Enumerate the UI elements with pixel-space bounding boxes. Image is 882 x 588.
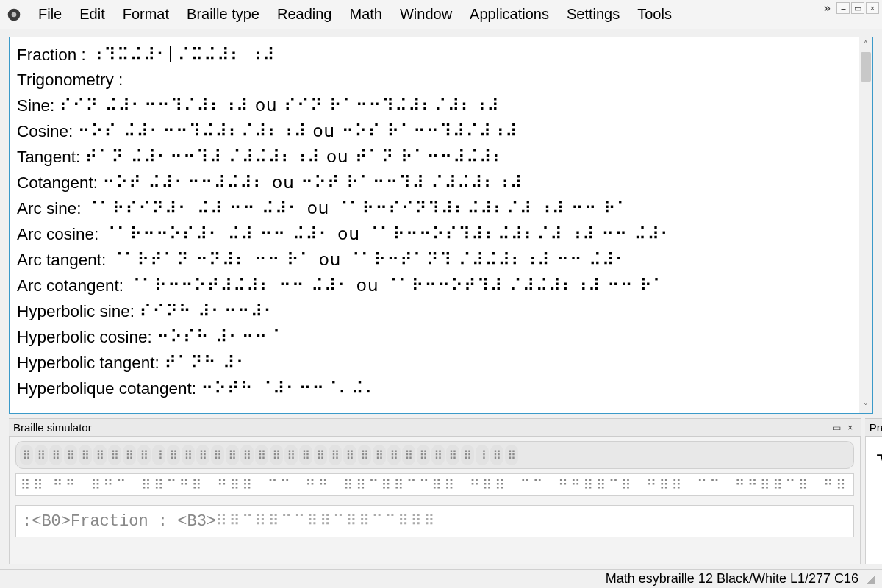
simulator-cell[interactable]: ⠿ — [35, 445, 48, 465]
braille-text: ⠈⠁⠗⠞⠁⠝ ⠒⠝⠼⠆ ⠒⠒ ⠗⠁ ou ⠈⠁⠗⠒⠞⠁⠝⠹ ⠌⠼⠬⠼⠆⠰⠼ ⠒⠒… — [111, 250, 628, 269]
maximize-button[interactable]: ▭ — [851, 2, 864, 14]
panel-preview: Preview ▭ × √ x +1 x +2 — [865, 418, 882, 564]
simulator-text-row: :<B0>Fraction : <B3>⠿⠿⠉⠿⠿⠉⠉⠿⠿⠉⠿⠿⠉⠉⠿⠿⠿ — [15, 505, 854, 537]
simulator-cell[interactable]: ⠿ — [123, 445, 136, 465]
editor-line[interactable]: Tangent: ⠞⠁⠝ ⠬⠼⠂⠒⠒⠹⠼ ⠌⠼⠬⠼⠆⠰⠼ ou ⠞⠁⠝ ⠗⠁⠒⠒… — [17, 144, 865, 170]
line-label: Hyperbolique cotangent: — [17, 379, 201, 398]
simulator-cell[interactable]: ⠿ — [299, 445, 312, 465]
editor-line[interactable]: Arc tangent: ⠈⠁⠗⠞⠁⠝ ⠒⠝⠼⠆ ⠒⠒ ⠗⠁ ou ⠈⠁⠗⠒⠞⠁… — [17, 247, 865, 273]
simulator-cell[interactable]: ⠸ — [152, 445, 165, 465]
math-expression: √ x +1 x +2 — [876, 444, 882, 495]
editor-line[interactable]: Arc cotangent: ⠈⠁⠗⠒⠒⠕⠞⠼⠬⠼⠆ ⠒⠒ ⠬⠼⠂ ou ⠈⠁⠗… — [17, 273, 865, 298]
simulator-cell[interactable]: ⠿ — [446, 445, 459, 465]
simulator-cell[interactable]: ⠿ — [226, 445, 239, 465]
svg-point-1 — [12, 12, 17, 17]
menu-braille-type[interactable]: Braille type — [178, 4, 268, 24]
simulator-cell[interactable]: ⠿ — [505, 445, 518, 465]
scroll-thumb[interactable] — [861, 52, 871, 82]
scroll-down-icon[interactable]: ˅ — [859, 400, 872, 413]
line-label: Arc cosine: — [17, 225, 104, 243]
line-label: Hyperbolic sine: — [17, 302, 139, 320]
simulator-cell[interactable]: ⠿ — [490, 445, 503, 465]
braille-text: ⠎⠊⠝⠓ ⠼⠂⠒⠒⠼⠂ — [139, 301, 276, 320]
simulator-cell[interactable]: ⠿ — [49, 445, 62, 465]
simulator-cell[interactable]: ⠿ — [431, 445, 445, 465]
app-icon — [6, 7, 22, 23]
simulator-cell[interactable]: ⠿ — [79, 445, 92, 465]
editor[interactable]: Fraction : ⠰⠹⠭⠬⠼⠂ ⠌⠭⠬⠼⠆ ⠰⠼Trigonometry :… — [9, 37, 873, 414]
editor-line[interactable]: Sine: ⠎⠊⠝ ⠬⠼⠂⠒⠒⠹⠌⠼⠆⠰⠼ ou ⠎⠊⠝ ⠗⠁⠒⠒⠹⠬⠼⠆⠌⠼⠆… — [17, 93, 865, 118]
panel-restore-icon[interactable]: ▭ — [831, 422, 843, 434]
simulator-cell[interactable]: ⠿ — [137, 445, 151, 465]
menu-overflow-icon[interactable]: » — [820, 1, 835, 15]
editor-line[interactable]: Hyperbolic cosine: ⠒⠕⠎⠓ ⠼⠂⠒⠒⠈ — [17, 324, 865, 350]
editor-area: Fraction : ⠰⠹⠭⠬⠼⠂ ⠌⠭⠬⠼⠆ ⠰⠼Trigonometry :… — [0, 29, 882, 418]
simulator-cell[interactable]: ⠿ — [20, 445, 33, 465]
editor-line[interactable]: Hyperbolique cotangent: ⠒⠕⠞⠓ ⠈⠼⠂⠒⠒⠈⠄⠬⠄ — [17, 376, 865, 401]
simulator-cell[interactable]: ⠿ — [373, 445, 386, 465]
menu-file[interactable]: File — [29, 4, 71, 24]
editor-line[interactable]: Cosine: ⠒⠕⠎ ⠬⠼⠂⠒⠒⠹⠬⠼⠆⠌⠼⠆⠰⠼ ou ⠒⠕⠎ ⠗⠁⠒⠒⠹⠼… — [17, 118, 865, 144]
scrollbar-vertical[interactable]: ˄ ˅ — [859, 37, 872, 413]
simulator-cell[interactable]: ⠿ — [343, 445, 356, 465]
simulator-cell[interactable]: ⠿ — [461, 445, 474, 465]
status-text: Math esybraille 12 Black/White L1/277 C1… — [606, 571, 858, 587]
braille-text: ⠰⠹⠭⠬⠼⠂ — [90, 45, 169, 64]
simulator-cell[interactable]: ⠿ — [255, 445, 268, 465]
editor-line[interactable]: Hyperbolic tangent: ⠞⠁⠝⠓ ⠼⠂ — [17, 350, 865, 376]
titlebar-buttons: » ‒ ▭ × — [820, 1, 879, 15]
panel-header-preview: Preview ▭ × — [865, 418, 882, 437]
simulator-cell[interactable]: ⠸ — [476, 445, 489, 465]
editor-line[interactable]: Trigonometry : — [17, 68, 865, 93]
resize-grip-icon[interactable] — [864, 574, 875, 584]
menu-edit[interactable]: Edit — [71, 4, 113, 24]
braille-text: ⠈⠁⠗⠎⠊⠝⠼⠂ ⠬⠼ ⠒⠒ ⠬⠼⠂ ou ⠈⠁⠗⠒⠎⠊⠝⠹⠼⠆⠬⠼⠆⠌⠼ ⠰⠼… — [86, 198, 630, 218]
close-button[interactable]: × — [866, 2, 879, 14]
braille-text: ⠈⠁⠗⠒⠒⠕⠎⠼⠂ ⠬⠼ ⠒⠒ ⠬⠼⠂ ou ⠈⠁⠗⠒⠒⠕⠎⠹⠼⠆⠬⠼⠆⠌⠼ ⠰… — [104, 224, 673, 243]
menu-reading[interactable]: Reading — [268, 4, 341, 24]
menu-tools[interactable]: Tools — [628, 4, 681, 24]
simulator-cell[interactable]: ⠿ — [387, 445, 401, 465]
simulator-cell[interactable]: ⠿ — [270, 445, 283, 465]
simulator-cell[interactable]: ⠿ — [93, 445, 107, 465]
simulator-cell[interactable]: ⠿ — [314, 445, 327, 465]
menu-window[interactable]: Window — [391, 4, 461, 24]
menu-format[interactable]: Format — [114, 4, 178, 24]
editor-line[interactable]: Arc cosine: ⠈⠁⠗⠒⠒⠕⠎⠼⠂ ⠬⠼ ⠒⠒ ⠬⠼⠂ ou ⠈⠁⠗⠒⠒… — [17, 221, 865, 247]
braille-text: ⠒⠕⠞ ⠬⠼⠂⠒⠒⠼⠬⠼⠆ ou ⠒⠕⠞ ⠗⠁⠒⠒⠹⠼ ⠌⠼⠬⠼⠆⠰⠼ — [102, 173, 523, 192]
simulator-body: ⠿⠿⠿⠿⠿⠿⠿⠿⠿⠸⠿⠿⠿⠿⠿⠿⠿⠿⠿⠿⠿⠿⠿⠿⠿⠿⠿⠿⠿⠿⠿⠸⠿⠿ ⠿⠿ ⠛⠛… — [9, 437, 861, 564]
braille-text: ⠞⠁⠝⠓ ⠼⠂ — [164, 353, 248, 372]
simulator-cell[interactable]: ⠿ — [240, 445, 254, 465]
scroll-up-icon[interactable]: ˄ — [859, 37, 872, 51]
panel-close-icon[interactable]: × — [845, 422, 856, 434]
editor-line[interactable]: Cotangent: ⠒⠕⠞ ⠬⠼⠂⠒⠒⠼⠬⠼⠆ ou ⠒⠕⠞ ⠗⠁⠒⠒⠹⠼ ⠌… — [17, 170, 865, 196]
menu-settings[interactable]: Settings — [558, 4, 628, 24]
editor-content[interactable]: Fraction : ⠰⠹⠭⠬⠼⠂ ⠌⠭⠬⠼⠆ ⠰⠼Trigonometry :… — [10, 37, 872, 406]
braille-text: ⠈⠁⠗⠒⠒⠕⠞⠼⠬⠼⠆ ⠒⠒ ⠬⠼⠂ ou ⠈⠁⠗⠒⠒⠕⠞⠹⠼ ⠌⠼⠬⠼⠆⠰⠼ … — [128, 276, 665, 295]
simulator-cell[interactable]: ⠿ — [182, 445, 195, 465]
simulator-cell[interactable]: ⠿ — [108, 445, 121, 465]
simulator-cell[interactable]: ⠿ — [167, 445, 180, 465]
braille-text: ⠎⠊⠝ ⠬⠼⠂⠒⠒⠹⠌⠼⠆⠰⠼ ou ⠎⠊⠝ ⠗⠁⠒⠒⠹⠬⠼⠆⠌⠼⠆⠰⠼ — [60, 96, 500, 115]
panel-title: Preview — [870, 421, 882, 434]
simulator-cell[interactable]: ⠿ — [402, 445, 415, 465]
simulator-cell[interactable]: ⠿ — [64, 445, 77, 465]
radical-icon: √ — [876, 444, 882, 473]
panel-title: Braille simulator — [13, 421, 830, 434]
line-label: Cotangent: — [17, 173, 102, 192]
editor-line[interactable]: Hyperbolic sine: ⠎⠊⠝⠓ ⠼⠂⠒⠒⠼⠂ — [17, 298, 865, 324]
simulator-cell[interactable]: ⠿ — [417, 445, 430, 465]
simulator-cell[interactable]: ⠿ — [196, 445, 209, 465]
menu-math[interactable]: Math — [341, 4, 391, 24]
editor-line[interactable]: Fraction : ⠰⠹⠭⠬⠼⠂ ⠌⠭⠬⠼⠆ ⠰⠼ — [17, 42, 865, 68]
simulator-cell[interactable]: ⠿ — [284, 445, 298, 465]
menu-applications[interactable]: Applications — [461, 4, 558, 24]
simulator-cell[interactable]: ⠿ — [358, 445, 371, 465]
minimize-button[interactable]: ‒ — [836, 2, 850, 14]
simulator-cell[interactable]: ⠿ — [329, 445, 342, 465]
editor-line[interactable]: Arc sine: ⠈⠁⠗⠎⠊⠝⠼⠂ ⠬⠼ ⠒⠒ ⠬⠼⠂ ou ⠈⠁⠗⠒⠎⠊⠝⠹… — [17, 196, 865, 221]
panel-braille-simulator: Braille simulator ▭ × ⠿⠿⠿⠿⠿⠿⠿⠿⠿⠸⠿⠿⠿⠿⠿⠿⠿⠿… — [9, 418, 861, 564]
line-label: Arc tangent: — [17, 251, 111, 269]
line-label: Hyperbolic cosine: — [17, 328, 157, 346]
simulator-cell[interactable]: ⠿ — [211, 445, 224, 465]
